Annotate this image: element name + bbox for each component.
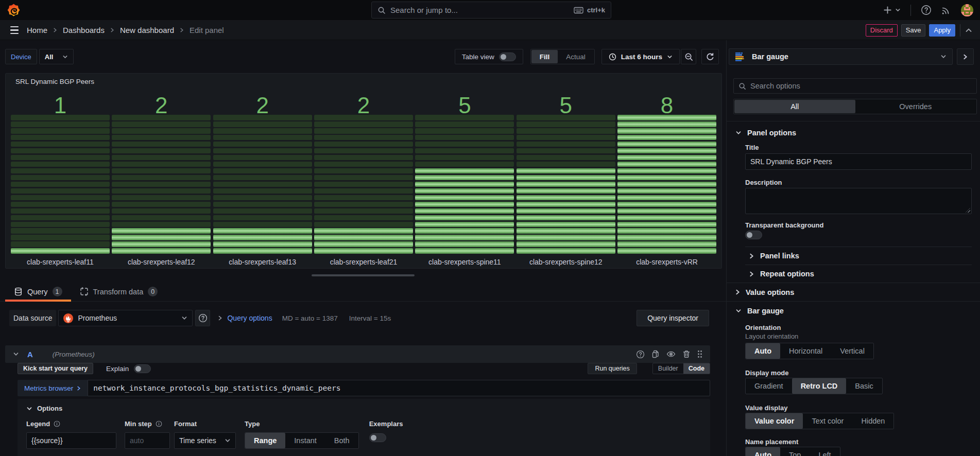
option-top[interactable]: Top <box>780 447 810 456</box>
metrics-browser-button[interactable]: Metrics browser <box>18 380 88 396</box>
query-options-link[interactable]: Query options <box>227 314 272 322</box>
options-collapse-header[interactable]: Options <box>26 405 710 412</box>
option-instant[interactable]: Instant <box>285 433 325 448</box>
panel-resize-handle[interactable] <box>312 274 415 276</box>
panel-description-textarea[interactable] <box>745 188 972 214</box>
min-step-input[interactable]: auto <box>125 432 170 449</box>
gauge-cell <box>415 228 514 234</box>
breadcrumb-dashboards[interactable]: Dashboards <box>63 26 105 34</box>
option-vertical[interactable]: Vertical <box>831 343 873 359</box>
name-placement-radio: AutoTopLeft <box>745 447 840 456</box>
gauge-cell <box>112 228 211 234</box>
explain-label: Explain <box>106 365 129 373</box>
option-both[interactable]: Both <box>325 433 358 448</box>
format-select[interactable]: Time series <box>174 432 236 449</box>
gauge-cell <box>415 115 514 120</box>
tab-query[interactable]: Query 1 <box>5 282 71 301</box>
visualization-picker[interactable]: Bar gauge <box>729 48 953 65</box>
chevron-right-icon[interactable] <box>218 315 222 321</box>
option-actual[interactable]: Actual <box>558 50 594 63</box>
bar-gauge-section-header[interactable]: Bar gauge <box>727 302 980 320</box>
value-options-section-header[interactable]: Value options <box>727 283 980 301</box>
panel-options-section-header[interactable]: Panel options <box>727 124 980 142</box>
time-range-picker[interactable]: Last 6 hours <box>601 49 680 64</box>
panel-links-section[interactable]: Panel links <box>745 247 972 265</box>
legend-input[interactable]: {{source}} <box>26 432 116 449</box>
global-search-input[interactable]: Search or jump to... ctrl+k <box>371 2 611 19</box>
gauge-cell <box>617 148 716 154</box>
query-expression-input[interactable]: network_instance_protocols_bgp_statistic… <box>88 380 710 396</box>
gauge-bar: 5clab-srexperts-spine11 <box>415 86 514 266</box>
chevron-down-icon <box>62 54 68 60</box>
option-basic[interactable]: Basic <box>846 378 882 394</box>
hide-response-icon[interactable] <box>666 349 676 359</box>
gauge-value: 2 <box>112 86 211 115</box>
drag-handle-icon[interactable] <box>697 350 702 358</box>
run-queries-button[interactable]: Run queries <box>588 363 637 374</box>
news-button[interactable] <box>941 5 951 15</box>
new-menu-button[interactable] <box>883 6 901 14</box>
help-button[interactable] <box>921 5 932 15</box>
gauge-cell <box>415 188 514 194</box>
discard-button[interactable]: Discard <box>866 24 898 37</box>
option-horizontal[interactable]: Horizontal <box>780 343 831 359</box>
option-all[interactable]: All <box>734 100 855 113</box>
option-retro-lcd[interactable]: Retro LCD <box>792 378 847 394</box>
option-fill[interactable]: Fill <box>531 50 558 63</box>
option-auto[interactable]: Auto <box>746 343 780 359</box>
option-code[interactable]: Code <box>683 363 710 374</box>
option-value-color[interactable]: Value color <box>746 413 803 429</box>
table-view-toggle[interactable] <box>499 52 516 61</box>
grafana-logo[interactable] <box>7 3 21 17</box>
zoom-out-time-button[interactable] <box>681 49 696 64</box>
bar-gauge-viz-icon <box>735 51 746 62</box>
panel-title-input[interactable]: SRL Dynamic BGP Peers <box>745 153 972 170</box>
variable-label[interactable]: Device <box>5 49 37 64</box>
datasource-help-button[interactable] <box>195 310 210 326</box>
query-inspector-button[interactable]: Query inspector <box>637 310 709 326</box>
datasource-picker[interactable]: Prometheus <box>58 310 193 326</box>
explain-toggle[interactable] <box>134 364 151 373</box>
editor-tabs: Query 1 Transform data 0 <box>0 282 726 302</box>
option-text-color[interactable]: Text color <box>803 413 852 429</box>
duplicate-query-icon[interactable] <box>651 350 660 358</box>
gauge-cell <box>517 241 615 247</box>
gauge-value: 5 <box>517 86 615 115</box>
gauge-cell <box>415 195 514 201</box>
option-overrides[interactable]: Overrides <box>855 100 976 113</box>
gauge-cell <box>314 121 413 127</box>
orientation-description: Layout orientation <box>745 332 972 340</box>
option-auto[interactable]: Auto <box>746 447 780 456</box>
menu-toggle-button[interactable] <box>5 23 24 38</box>
gauge-cell <box>213 175 312 181</box>
breadcrumb-new-dashboard[interactable]: New dashboard <box>120 26 174 34</box>
save-button[interactable]: Save <box>901 24 926 37</box>
user-avatar[interactable] <box>961 4 973 16</box>
gauge-cell <box>11 115 110 120</box>
query-help-icon[interactable] <box>636 350 645 359</box>
gauge-cell <box>112 175 211 181</box>
exemplars-toggle[interactable] <box>369 433 386 442</box>
transparent-background-toggle[interactable] <box>745 231 762 239</box>
remove-query-icon[interactable] <box>682 350 691 358</box>
variable-value-dropdown[interactable]: All <box>39 49 74 64</box>
collapse-options-pane-button[interactable] <box>957 48 974 65</box>
apply-button[interactable]: Apply <box>929 24 955 37</box>
option-range[interactable]: Range <box>245 433 285 448</box>
query-row-header[interactable]: A (Prometheus) <box>5 345 710 363</box>
search-options-input[interactable]: Search options <box>733 78 977 94</box>
repeat-options-section[interactable]: Repeat options <box>745 265 972 283</box>
option-builder[interactable]: Builder <box>653 363 683 374</box>
collapse-header-button[interactable] <box>965 27 972 34</box>
gauge-cell <box>213 128 312 134</box>
breadcrumb-home[interactable]: Home <box>27 26 47 34</box>
option-hidden[interactable]: Hidden <box>852 413 893 429</box>
kick-start-query-button[interactable]: Kick start your query <box>18 363 93 374</box>
refresh-button[interactable] <box>701 49 719 64</box>
database-icon <box>14 287 23 296</box>
gauge-cell <box>617 195 716 201</box>
option-gradient[interactable]: Gradient <box>746 378 792 394</box>
bar-gauge-panel[interactable]: SRL Dynamic BGP Peers 1clab-srexperts-le… <box>5 73 722 269</box>
option-left[interactable]: Left <box>810 447 839 456</box>
tab-transform-data[interactable]: Transform data 0 <box>71 282 167 301</box>
